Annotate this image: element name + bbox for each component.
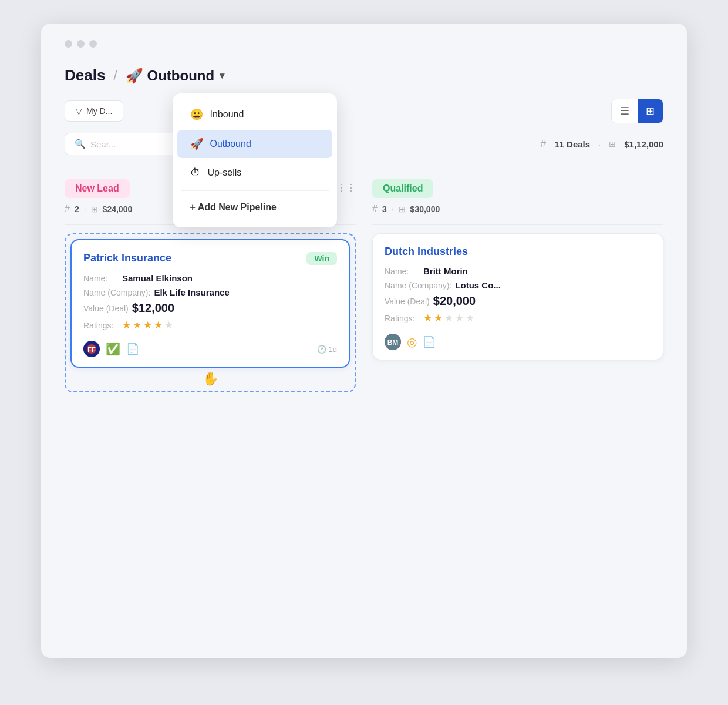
list-icon: ☰ [620, 105, 629, 118]
drag-cursor: ✋ [70, 371, 350, 387]
field-val-company: Elk Life Insurance [154, 287, 229, 297]
time-val: 1d [329, 345, 337, 354]
field-val-value: $12,000 [132, 301, 174, 315]
star-d2: ★ [434, 312, 443, 324]
dropdown-item-inbound[interactable]: 😀 Inbound [177, 100, 332, 129]
document-icon-dutch[interactable]: 📄 [423, 335, 436, 348]
deal-card-header-patrick: Patrick Insurance Win [83, 252, 337, 265]
deal-footer-dutch: BM ◎ 📄 [385, 334, 651, 350]
add-pipeline-label: + Add New Pipeline [190, 202, 277, 213]
deal-name-dutch[interactable]: Dutch Industries [385, 246, 468, 258]
col1-sep: · [84, 204, 86, 214]
deal-icons-dutch: BM ◎ 📄 [385, 334, 436, 350]
deal-field-company: Name (Company): Elk Life Insurance [83, 287, 337, 297]
close-button[interactable] [65, 40, 72, 48]
col-meta-qualified: # 3 · ⊞ $30,000 [372, 204, 663, 214]
deal-card-header-dutch: Dutch Industries [385, 246, 651, 258]
star-5: ★ [164, 319, 173, 331]
new-lead-badge: New Lead [65, 179, 130, 198]
deal-name-patrick[interactable]: Patrick Insurance [83, 252, 171, 264]
col1-grid-icon: ⊞ [91, 204, 98, 214]
page-header: Deals / 🚀 Outbound ▾ 😀 Inbound 🚀 Outboun… [65, 66, 663, 85]
field-label-ratings-dutch: Ratings: [385, 314, 420, 323]
deals-value: $1,12,000 [624, 139, 663, 149]
deals-count: 11 Deals [554, 139, 590, 149]
deal-card-patrick: Patrick Insurance Win Name: Samual Elkin… [70, 239, 350, 368]
grid-stats-icon: ⊞ [609, 139, 616, 149]
page-title: Deals [65, 66, 105, 85]
list-view-button[interactable]: ☰ [612, 99, 638, 123]
dropdown-item-upsells[interactable]: ⏱ Up-sells [177, 159, 332, 187]
pipeline-selector[interactable]: 🚀 Outbound ▾ 😀 Inbound 🚀 Outbound ⏱ Up-s… [126, 68, 225, 84]
minimize-button[interactable] [77, 40, 85, 48]
deal-field-value: Value (Deal) $12,000 [83, 301, 337, 315]
filter-label: My D... [86, 106, 112, 116]
deal-field-name: Name: Samual Elkinson [83, 273, 337, 283]
kanban-board: New Lead + ⋮⋮ # 2 · ⊞ $24,000 Patrick [65, 179, 663, 392]
col2-divider [372, 224, 663, 225]
hash-icon-col1: # [65, 204, 70, 214]
column-qualified: Qualified # 3 · ⊞ $30,000 Dutch Industri… [372, 179, 663, 392]
document-icon[interactable]: 📄 [126, 343, 139, 355]
outbound-label: Outbound [210, 139, 251, 149]
search-stats-row: 🔍 Sear... # 11 Deals · ⊞ $1,12,000 [65, 133, 663, 166]
star-d1: ★ [423, 312, 432, 324]
toolbar: ▽ My D... ☰ ⊞ [65, 99, 663, 123]
star-2: ★ [133, 319, 141, 331]
col2-grid-icon: ⊞ [399, 204, 406, 214]
clock-icon: 🕐 [317, 345, 326, 354]
svg-text:BM: BM [387, 338, 399, 347]
inbound-label: Inbound [210, 109, 244, 120]
chevron-down-icon: ▾ [220, 70, 224, 81]
pipeline-dropdown: 😀 Inbound 🚀 Outbound ⏱ Up-sells + Add Ne… [173, 93, 337, 227]
field-label-ratings: Ratings: [83, 321, 119, 330]
col2-count: 3 [382, 204, 387, 214]
view-toggle: ☰ ⊞ [611, 99, 663, 123]
field-val-name: Samual Elkinson [122, 273, 193, 283]
svg-text:FF: FF [87, 346, 96, 353]
col2-sep: · [392, 204, 394, 214]
traffic-lights [65, 40, 663, 48]
main-window: Deals / 🚀 Outbound ▾ 😀 Inbound 🚀 Outboun… [41, 24, 687, 658]
search-icon: 🔍 [75, 139, 86, 149]
grid-view-button[interactable]: ⊞ [638, 99, 663, 123]
deal-field-ratings: Ratings: ★ ★ ★ ★ ★ [83, 319, 337, 331]
deal-icons-patrick: FF ✅ 📄 [83, 341, 139, 357]
field-label-value: Value (Deal) [83, 304, 129, 313]
ratings-dutch: ★ ★ ★ ★ ★ [423, 312, 474, 324]
star-d3: ★ [444, 312, 453, 324]
dropdown-item-outbound[interactable]: 🚀 Outbound [177, 130, 332, 158]
outbound-emoji: 🚀 [190, 137, 203, 150]
col1-value: $24,000 [103, 204, 133, 214]
stats-separator: · [598, 139, 601, 149]
field-val-company-dutch: Lotus Co... [455, 280, 501, 290]
star-3: ★ [143, 319, 152, 331]
dropdown-divider [181, 190, 329, 191]
inbound-emoji: 😀 [190, 108, 203, 121]
check-icon[interactable]: ✅ [106, 342, 120, 356]
deal-time-patrick: 🕐 1d [317, 345, 337, 354]
deal-tag-win: Win [306, 252, 337, 265]
maximize-button[interactable] [89, 40, 97, 48]
qualified-badge: Qualified [372, 179, 433, 198]
add-new-pipeline-item[interactable]: + Add New Pipeline [177, 194, 332, 220]
hash-icon-col2: # [372, 204, 378, 214]
deal-card-dutch: Dutch Industries Name: Britt Morin Name … [372, 233, 663, 360]
deal-field-value-dutch: Value (Deal) $20,000 [385, 294, 651, 308]
deal-footer-patrick: FF ✅ 📄 🕐 1d [83, 341, 337, 357]
hash-icon: # [540, 138, 546, 150]
star-d4: ★ [455, 312, 464, 324]
col-menu-icon[interactable]: ⋮⋮ [337, 182, 356, 196]
stats-row: # 11 Deals · ⊞ $1,12,000 [540, 138, 663, 150]
filter-button[interactable]: ▽ My D... [65, 100, 123, 122]
ratings-patrick: ★ ★ ★ ★ ★ [122, 319, 173, 331]
deal-avatar-dutch: BM [385, 334, 401, 350]
check-circle-icon-dutch[interactable]: ◎ [407, 335, 417, 349]
search-placeholder: Sear... [90, 139, 116, 149]
col-header-qualified: Qualified [372, 179, 663, 198]
col1-drop-zone[interactable]: Patrick Insurance Win Name: Samual Elkin… [65, 233, 356, 392]
field-label-value-dutch: Value (Deal) [385, 297, 430, 306]
upsells-emoji: ⏱ [190, 167, 201, 179]
field-label-company: Name (Company): [83, 288, 150, 297]
col1-count: 2 [75, 204, 79, 214]
